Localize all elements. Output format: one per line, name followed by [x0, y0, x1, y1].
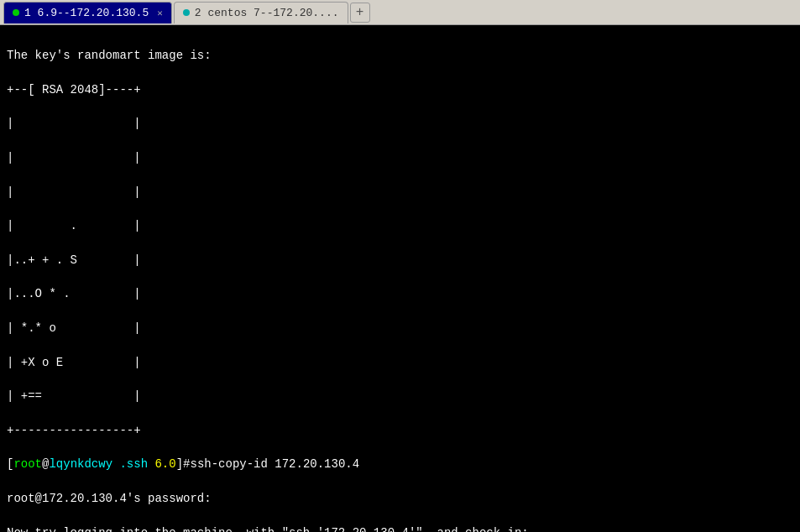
- terminal-line-8: |...O * . |: [7, 285, 793, 302]
- terminal-line-7: |..+ + . S |: [7, 252, 793, 269]
- tab-2[interactable]: 2 centos 7--172.20....: [174, 2, 348, 23]
- terminal: The key's randomart image is: +--[ RSA 2…: [0, 25, 800, 532]
- terminal-line-10: | +X o E |: [7, 354, 793, 371]
- terminal-line-15: Now try logging into the machine, with "…: [7, 524, 793, 532]
- tab-label-2: 2 centos 7--172.20....: [195, 7, 339, 19]
- tab-1[interactable]: 1 6.9--172.20.130.5 ✕: [3, 2, 172, 23]
- terminal-line-1: The key's randomart image is:: [7, 47, 793, 64]
- terminal-line-5: | |: [7, 184, 793, 201]
- window: 1 6.9--172.20.130.5 ✕ 2 centos 7--172.20…: [0, 0, 800, 532]
- add-tab-button[interactable]: +: [350, 3, 370, 23]
- tab-close-1[interactable]: ✕: [157, 8, 163, 18]
- tab-bar: 1 6.9--172.20.130.5 ✕ 2 centos 7--172.20…: [0, 0, 800, 25]
- terminal-line-6: | . |: [7, 217, 793, 234]
- terminal-line-9: | *.* o |: [7, 320, 793, 336]
- terminal-line-14: root@172.20.130.4's password:: [7, 490, 793, 507]
- terminal-line-11: | +== |: [7, 388, 793, 404]
- terminal-line-2: +--[ RSA 2048]----+: [7, 81, 793, 98]
- terminal-line-13: [root@lqynkdcwy .ssh 6.0]#ssh-copy-id 17…: [7, 456, 793, 472]
- terminal-line-3: | |: [7, 115, 793, 132]
- tab-dot-1: [13, 9, 19, 16]
- terminal-line-12: +-----------------+: [7, 422, 793, 439]
- tab-dot-2: [183, 9, 190, 16]
- tab-label-1: 1 6.9--172.20.130.5: [24, 7, 149, 19]
- terminal-line-4: | |: [7, 149, 793, 166]
